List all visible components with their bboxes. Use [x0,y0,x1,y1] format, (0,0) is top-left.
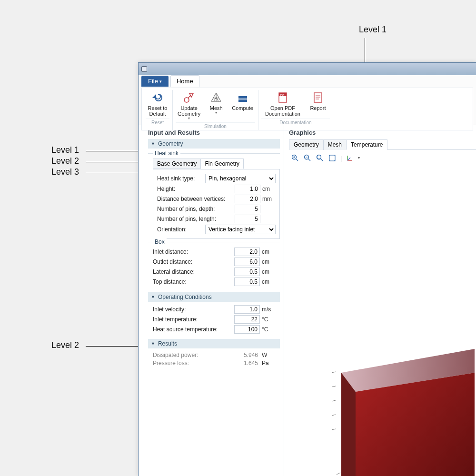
chevron-down-icon: ▼ [151,341,155,346]
geometry-icon [182,91,196,104]
graphics-title: Graphics [289,129,476,136]
file-menu-button[interactable]: File [141,76,169,87]
ribbon-group-documentation: PDF Open PDF Documentation Report Docume… [258,90,333,130]
svg-line-24 [347,158,350,160]
inlet-velocity-label: Inlet velocity: [153,306,234,313]
fin-geometry-body: Heat sink type: Pin, hexagonal Height: c… [153,169,280,239]
chevron-down-icon: ▼ [151,295,155,299]
graphics-tabs: Geometry Mesh Temperature [289,139,476,150]
annot-level1-top: Level 1 [359,25,387,35]
ribbon-group-simulation: Update Geometry ▾ Mesh ▾ C [173,90,258,130]
heat-sink-type-select[interactable]: Pin, hexagonal [205,174,276,183]
lateral-distance-unit: cm [262,268,275,275]
chevron-down-icon: ▾ [215,111,217,115]
report-icon [311,91,325,104]
ribbon-tab-home[interactable]: Home [170,75,199,87]
section-header-opcond[interactable]: ▼ Operating Conditions [148,292,280,302]
svg-line-30 [332,400,336,401]
inlet-distance-unit: cm [262,248,275,255]
tab-fin-geometry[interactable]: Fin Geometry [200,159,244,169]
npd-input[interactable] [235,205,260,213]
section-header-geometry[interactable]: ▼ Geometry [148,139,280,149]
axis-orientation-icon[interactable] [346,154,354,162]
inlet-velocity-input[interactable] [234,305,260,314]
reset-to-default-button[interactable]: Reset to Default [146,90,169,118]
dbv-input[interactable] [235,195,260,203]
heat-source-temp-unit: °C [262,326,275,333]
dissipated-power-label: Dissipated power: [153,352,232,358]
svg-rect-7 [314,93,322,102]
annot-level3: Level 3 [51,167,79,177]
chevron-down-icon[interactable]: ▾ [358,156,360,160]
dbv-label: Distance between vertices: [157,196,235,202]
annot-level2a: Level 2 [51,156,79,166]
svg-line-28 [332,372,336,373]
outlet-distance-unit: cm [262,258,275,265]
pdf-icon: PDF [276,91,289,104]
npl-input[interactable] [235,215,260,223]
pressure-loss-unit: Pa [262,360,275,367]
height-input[interactable] [235,185,260,193]
heat-sink-tabs: Base Geometry Fin Geometry [153,159,280,169]
dbv-unit: mm [262,196,276,202]
app-icon [141,66,147,72]
lateral-distance-input[interactable] [234,268,260,276]
section-header-label: Results [158,340,177,347]
ribbon: File Home Reset to Default Reset [139,75,476,125]
dissipated-power-unit: W [262,352,275,358]
inlet-temperature-label: Inlet temperature: [153,316,234,323]
svg-text:PDF: PDF [280,93,285,96]
group-box: Box Inlet distance: cm Outlet distance: … [148,242,280,289]
top-distance-input[interactable] [234,278,260,286]
zoom-out-icon[interactable] [303,154,312,162]
outlet-distance-label: Outlet distance: [153,258,234,265]
gfx-tab-temperature[interactable]: Temperature [346,139,387,150]
mesh-icon [209,91,223,104]
height-unit: cm [262,186,276,192]
inlet-velocity-unit: m/s [262,306,275,313]
npl-label: Number of pins, length: [157,216,235,222]
section-header-results[interactable]: ▼ Results [148,339,280,348]
titlebar [139,63,476,75]
report-button[interactable]: Report [306,90,330,118]
open-pdf-label: Open PDF Documentation [265,105,300,117]
content-split: Input and Results ▼ Geometry Heat sink B… [139,125,476,476]
orientation-select[interactable]: Vertice facing inlet [205,225,276,234]
section-header-label: Geometry [158,140,183,147]
outlet-distance-input[interactable] [234,258,260,266]
zoom-box-icon[interactable] [316,154,324,162]
undo-arrow-icon [151,91,164,104]
heat-source-temp-input[interactable] [234,325,260,334]
inlet-temperature-input[interactable] [234,315,260,324]
open-pdf-button[interactable]: PDF Open PDF Documentation [261,90,304,118]
svg-rect-2 [238,96,247,99]
inlet-distance-input[interactable] [234,248,260,256]
gfx-tab-geometry[interactable]: Geometry [289,139,324,150]
svg-line-19 [321,159,323,161]
svg-point-18 [317,155,321,159]
dissipated-power-value: 5.946 [232,352,258,358]
section-results: ▼ Results Dissipated power: 5.946 W Pres… [148,339,280,370]
group-title-box: Box [153,238,167,245]
gfx-tab-mesh[interactable]: Mesh [323,139,347,150]
svg-line-34 [337,473,340,475]
tab-base-geometry[interactable]: Base Geometry [153,159,201,169]
application-window: File Home Reset to Default Reset [138,62,476,476]
update-geometry-button[interactable]: Update Geometry ▾ [176,90,202,121]
pressure-loss-label: Pressure loss: [153,360,232,367]
chevron-down-icon: ▼ [151,141,155,146]
annot-line [86,151,147,151]
zoom-in-icon[interactable] [291,154,299,162]
height-label: Height: [157,186,235,192]
graphics-canvas[interactable] [284,168,476,476]
group-heat-sink: Heat sink Base Geometry Fin Geometry Hea… [148,153,280,239]
annot-level2b: Level 2 [51,340,79,350]
heat-source-temp-label: Heat source temperature: [153,326,234,333]
mesh-button[interactable]: Mesh ▾ [204,90,228,121]
compute-button[interactable]: Compute [230,90,255,121]
svg-line-29 [332,386,336,387]
zoom-extents-icon[interactable] [328,154,337,162]
annot-level1-left: Level 1 [51,145,79,155]
report-label: Report [310,105,326,111]
lateral-distance-label: Lateral distance: [153,268,234,275]
